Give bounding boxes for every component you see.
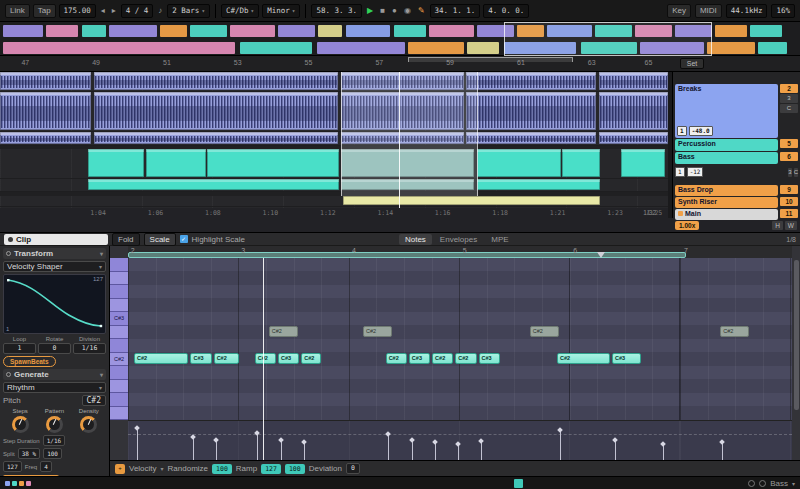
arrangement-clip[interactable] [621,149,665,177]
stop-button[interactable]: ■ [378,5,387,16]
arrangement-clip[interactable] [341,149,475,177]
loop-length-display[interactable]: 4. 0. 0. [483,4,529,18]
piano-key[interactable] [110,407,128,421]
draw-mode-button[interactable]: ✎ [416,5,427,16]
tempo-display[interactable]: 175.00 [59,4,96,18]
transform-section-header[interactable]: Transform ▾ [3,248,106,259]
midi-note-editor[interactable]: 234567 C#3C#2 C#2C#2C#2C#2C#2C#3C#2C#2C#… [110,246,800,476]
overview-clip-segment[interactable] [240,42,312,54]
loop-brace[interactable] [408,57,573,62]
lane-type-label[interactable]: Velocity [129,464,157,473]
arrangement-clip[interactable] [477,179,600,190]
arrangement-clip[interactable] [94,132,338,144]
overview-clip-segment[interactable] [3,25,43,37]
track-number-badge[interactable]: 10 [780,197,798,206]
deviation-value-field[interactable]: 0 [346,463,360,474]
freq-value-field[interactable]: 4 [40,461,52,472]
track-volume-field[interactable]: -12 [687,167,704,177]
aux-value-field-1[interactable]: 100 [43,448,62,459]
midi-note[interactable]: C#3 [479,353,500,364]
track-header-percussion[interactable]: Percussion [675,139,778,151]
quantize-menu[interactable]: 2 Bars ▾ [167,4,210,18]
scale-root-menu[interactable]: C#/Db ▾ [221,4,259,18]
power-toggle-icon[interactable] [6,251,11,256]
clip-bar-ruler[interactable]: 234567 [128,246,792,258]
overview-clip-segment[interactable] [3,42,235,54]
overview-clip-segment[interactable] [758,42,787,54]
arrangement-clip[interactable] [341,92,464,130]
overview-clip-segment[interactable] [230,25,275,37]
overview-clip-segment[interactable] [160,25,187,37]
scale-name-menu[interactable]: Minor ▾ [262,4,300,18]
param-value-field[interactable]: 0 [38,343,71,354]
piano-key[interactable] [110,272,128,286]
pitch-value-field[interactable]: C#2 [82,395,106,406]
aux-value-field-2[interactable]: 127 [3,461,22,472]
arrangement-overview[interactable] [0,22,800,56]
time-signature-display[interactable]: 4 / 4 [121,4,154,18]
arrangement-clip[interactable] [94,92,338,130]
key-map-button[interactable]: Key [667,4,691,18]
midi-note-muted[interactable]: C#2 [530,326,559,337]
overview-clip-segment[interactable] [750,25,782,37]
param-value-field[interactable]: 1 [3,343,36,354]
nudge-up-button[interactable]: ▸ [110,5,118,16]
piano-key[interactable] [110,339,128,353]
power-toggle-icon[interactable] [6,372,11,377]
add-lane-button[interactable]: + [115,464,125,474]
generate-section-header[interactable]: Generate ▾ [3,369,106,380]
piano-roll-scrollbar[interactable] [794,260,799,410]
midi-note-muted[interactable]: C#2 [269,326,298,337]
arrangement-clip[interactable] [88,179,339,190]
midi-note[interactable]: C#3 [278,353,299,364]
solo-button[interactable]: 3 [788,168,791,177]
midi-map-button[interactable]: MIDI [695,4,722,18]
set-locator-button[interactable]: Set [680,58,704,69]
arrangement-clip[interactable] [341,179,475,190]
overview-clip-segment[interactable] [394,25,426,37]
randomize-value-field[interactable]: 100 [212,464,232,474]
track-input-field[interactable]: 1 [677,126,687,136]
arrangement-clip[interactable] [341,132,464,144]
tap-tempo-button[interactable]: Tap [33,4,56,18]
velocity-curve-editor[interactable]: 127 1 [3,274,106,334]
piano-key[interactable] [110,258,128,272]
midi-note[interactable]: C#2 [255,353,276,364]
arrangement-clip[interactable] [599,92,668,130]
piano-key[interactable] [110,285,128,299]
link-button[interactable]: Link [5,4,30,18]
piano-key[interactable] [110,380,128,394]
playback-speed-chip[interactable]: 1.00x [675,221,699,230]
midi-note-muted[interactable]: C#2 [363,326,392,337]
midi-note[interactable]: C#3 [612,353,641,364]
fold-button[interactable]: Fold [112,233,140,246]
arrangement-clip[interactable] [343,196,600,205]
density-knob[interactable] [80,416,97,433]
midi-note[interactable]: C#3 [190,353,211,364]
midi-note[interactable]: C#2 [301,353,321,364]
overview-clip-segment[interactable] [317,42,405,54]
grid-size-label[interactable]: 1/8 [786,236,796,243]
status-clip-chip[interactable] [514,479,523,488]
track-header-bass[interactable]: Bass [675,152,778,164]
arrangement-area[interactable] [0,72,668,208]
step-duration-field[interactable]: 1/16 [43,435,65,446]
plugin-name-chip[interactable]: SpawnBeats [3,356,56,367]
overview-clip-segment[interactable] [190,25,227,37]
selected-track-label[interactable]: Bass [770,479,788,488]
piano-key[interactable] [110,366,128,380]
height-zoom-button[interactable]: H [772,221,783,230]
arrangement-clip[interactable] [466,92,596,130]
ramp-from-field[interactable]: 127 [261,464,281,474]
arrangement-clip[interactable] [477,149,561,177]
arrangement-clip[interactable] [341,72,464,90]
solo-button[interactable]: 3 [780,94,798,103]
overview-view-box[interactable] [504,22,712,56]
tab-envelopes[interactable]: Envelopes [434,234,483,245]
arrangement-clip[interactable] [599,132,668,144]
piano-key[interactable]: C#2 [110,353,128,367]
overview-clip-segment[interactable] [82,25,106,37]
midi-note[interactable]: C#2 [214,353,239,364]
arrangement-clip[interactable] [88,149,144,177]
overview-clip-segment[interactable] [715,25,747,37]
